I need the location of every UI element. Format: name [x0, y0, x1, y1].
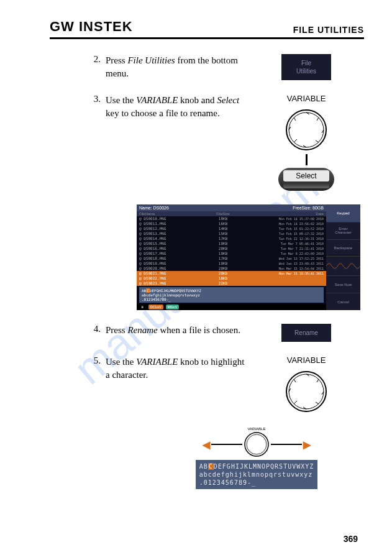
svg-point-0: [286, 110, 326, 150]
select-button[interactable]: Select: [278, 168, 334, 191]
ss-sidebar: Keypad Enter Character Backspace Save No…: [326, 204, 360, 310]
file-utilities-button[interactable]: File Utilities: [281, 54, 331, 80]
page-header: GW INSTEK FILE UTILITIES: [50, 19, 364, 39]
step-text: Use the VARIABLE knob to highlight a cha…: [106, 355, 248, 382]
step-number: 3.: [50, 94, 106, 104]
table-row[interactable]: @ DS0013.PNG15KBTue Feb 15 09:17:32 2010: [137, 231, 326, 236]
brand-logo: GW INSTEK: [50, 19, 133, 35]
step-text: Press File Utilities from the bottom men…: [106, 54, 248, 80]
table-row[interactable]: @ DS0020.PNG20KBMon Mar 15 13:54:04 2011: [137, 266, 326, 271]
table-row[interactable]: @ DS0018.PNG17KBWed Jan 13 17:52:25 2011: [137, 256, 326, 261]
ss-side-cancel[interactable]: Cancel: [326, 293, 360, 310]
ss-freesize-label: FreeSize: 80GB: [293, 206, 324, 210]
charset-display: ABCDEFGHIJKLMNOPQRSTUVWXYZ abcdefghijklm…: [196, 460, 318, 489]
knob-icon[interactable]: [285, 370, 328, 413]
right-arrow-icon: ▶: [303, 439, 311, 451]
ss-side-save[interactable]: Save Now: [326, 275, 360, 293]
variable-label: VARIABLE: [287, 355, 326, 365]
step-text: Press Rename when a file is chosen.: [106, 324, 248, 337]
section-title: FILE UTILITIES: [293, 25, 364, 35]
step-2: 2. Press File Utilities from the bottom …: [50, 54, 364, 80]
rename-button[interactable]: Rename: [281, 324, 331, 342]
table-row[interactable]: @ DS0010.PNG18KBMon Feb 14 15:37:08 2010: [137, 216, 326, 221]
ss-name-label: Name: DS0026: [139, 206, 169, 210]
svg-point-4: [245, 433, 268, 456]
table-row[interactable]: @ DS0021.PNG20KBMon Mar 15 16:35:41 2011: [137, 271, 326, 276]
connector-line: [306, 154, 308, 165]
table-row[interactable]: @ DS0016.PNG20KBTue Mar 7 21:31:41 2010: [137, 246, 326, 251]
ss-side-backspace[interactable]: Backspace: [326, 239, 360, 257]
page-number: 369: [344, 534, 358, 544]
step-5: 5. Use the VARIABLE knob to highlight a …: [50, 355, 364, 413]
svg-point-5: [247, 434, 267, 454]
small-knob-icon[interactable]: [244, 431, 270, 457]
left-arrow-icon: ◀: [203, 439, 210, 451]
file-browser-screenshot: Name: DS0026FreeSize: 80GB FileNameFileS…: [137, 204, 360, 310]
small-knob-label: VARIABLE: [248, 427, 266, 431]
step-3: 3. Use the VARIABLE knob and Select key …: [50, 94, 364, 191]
ss-side-keypad: Keypad: [326, 204, 360, 222]
variable-label: VARIABLE: [287, 94, 326, 103]
knob-icon: [285, 108, 328, 152]
table-row[interactable]: @ DS0022.PNG18KB: [137, 276, 326, 281]
ss-side-enter[interactable]: Enter Character: [326, 222, 360, 239]
step-number: 4.: [50, 324, 106, 334]
table-row[interactable]: @ DS0014.PNG17KBTue Feb 22 12:36:31 2010: [137, 236, 326, 241]
table-row[interactable]: @ DS0019.PNG19KBWed Jan 13 23:08:43 2011: [137, 261, 326, 266]
table-row[interactable]: @ DS0012.PNG14KBTue Feb 15 01:22:52 2010: [137, 226, 326, 231]
table-row[interactable]: @ DS0015.PNG19KBTue Mar 7 05:46:41 2010: [137, 241, 326, 246]
table-row[interactable]: @ DS0011.PNG16KBMon Feb 14 23:56:02 2010: [137, 221, 326, 226]
step-4: 4. Press Rename when a file is chosen. R…: [50, 324, 364, 342]
step-text: Use the VARIABLE knob and Select key to …: [106, 94, 248, 120]
variable-knob[interactable]: Select: [278, 108, 334, 191]
svg-point-2: [286, 372, 326, 411]
step-number: 5.: [50, 355, 106, 366]
step-number: 2.: [50, 54, 106, 65]
table-row[interactable]: @ DS0023.PNG22KB: [137, 281, 326, 286]
character-selector: VARIABLE ◀ ▶ ABCDEFGHIJKLMNOPQRSTUVWXYZ …: [149, 427, 364, 489]
ss-charset: ABCDEFGHIJKLMNOPQRSTUVWXYZabcdefghijklmn…: [139, 287, 324, 303]
ss-side-wave: [326, 256, 360, 275]
table-row[interactable]: @ DS0017.PNG19KBTue Mar 8 22:02:09 2010: [137, 251, 326, 256]
